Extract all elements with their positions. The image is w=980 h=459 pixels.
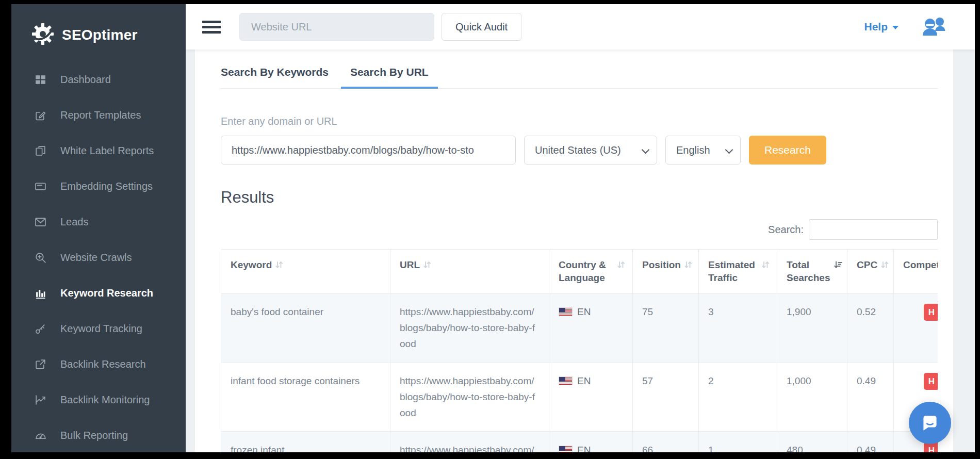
topbar: Quick Audit Help [186,4,975,50]
column-header-position[interactable]: Position [633,250,699,293]
cpc-cell: 0.49 [847,363,894,432]
language-select[interactable]: English [665,136,741,165]
keyword-cell: infant food storage containers [221,363,390,432]
column-header-total-searches[interactable]: Total Searches [777,250,847,293]
tab-search-by-url[interactable]: Search By URL [341,60,438,89]
country-language-cell: EN [549,363,633,432]
website-crawls-icon [34,252,46,264]
country-language: EN [559,373,623,389]
table-row: frozen infanthttps://www.happiestbaby.co… [221,432,938,453]
tab-search-by-keywords[interactable]: Search By Keywords [221,60,338,89]
country-language-cell: EN [549,293,633,363]
keyword-cell: frozen infant [221,432,390,453]
app-window: SEOptimer DashboardReport TemplatesWhite… [11,4,975,452]
research-button[interactable]: Research [749,136,826,165]
sidebar-item-leads[interactable]: Leads [11,204,186,240]
column-label: Estimated Traffic [708,258,758,284]
total-searches-cell: 1,000 [777,363,847,432]
sort-icon[interactable] [880,259,889,272]
column-label: Competition [903,258,938,272]
sidebar-item-backlink-monitoring[interactable]: Backlink Monitoring [11,382,186,418]
sidebar-item-keyword-research[interactable]: Keyword Research [11,275,186,311]
sidebar-item-white-label-reports[interactable]: White Label Reports [11,133,186,169]
sort-icon[interactable] [275,259,283,272]
sidebar-item-dashboard[interactable]: Dashboard [11,62,186,97]
chevron-down-icon [725,146,733,154]
column-label: URL [400,258,420,272]
help-dropdown[interactable]: Help [864,21,899,33]
brand-logo[interactable]: SEOptimer [11,4,186,54]
results-table-header-row: KeywordURLCountry & LanguagePositionEsti… [221,250,938,293]
account-users-icon[interactable] [921,17,946,37]
domain-url-input[interactable] [221,136,516,165]
cpc-cell: 0.52 [847,293,894,363]
cpc-cell: 0.49 [847,432,894,453]
brand-name: SEOptimer [62,27,138,43]
position-cell: 66 [633,432,699,453]
page-background: Search By Keywords Search By URL Enter a… [186,50,975,452]
column-label: CPC [857,258,877,272]
chat-bubble-icon [919,412,941,434]
country-select[interactable]: United States (US) [524,136,657,165]
chat-widget-button[interactable] [909,402,951,444]
sidebar-item-bulk-reporting[interactable]: Bulk Reporting [11,418,186,452]
language-code: EN [577,373,591,389]
position-cell: 75 [633,293,699,363]
quick-audit-button[interactable]: Quick Audit [442,13,521,41]
results-table: KeywordURLCountry & LanguagePositionEsti… [221,249,938,452]
sort-icon[interactable] [761,259,770,284]
table-search-label: Search: [768,224,804,236]
competition-high-badge: H [924,373,938,390]
column-header-estimated-traffic[interactable]: Estimated Traffic [699,250,777,293]
caret-down-icon [892,26,899,29]
topbar-website-url-input[interactable] [239,13,434,41]
sidebar-item-label: Keyword Tracking [60,323,142,335]
sort-descending-icon[interactable] [834,259,842,284]
sidebar-item-report-templates[interactable]: Report Templates [11,97,186,133]
bulk-reporting-icon [34,430,46,442]
sort-icon[interactable] [423,259,431,272]
sort-icon[interactable] [617,259,625,284]
search-form-row: United States (US) English Research [221,136,938,165]
column-header-country-language[interactable]: Country & Language [549,250,633,293]
position-cell: 57 [633,363,699,432]
url-cell: https://www.happiestbaby.com/blogs/baby/… [390,432,549,453]
dashboard-icon [34,74,46,86]
language-code: EN [577,304,591,320]
column-label: Position [642,258,681,272]
hamburger-menu-icon[interactable] [202,18,221,36]
country-language: EN [559,442,623,452]
results-table-body: baby's food containerhttps://www.happies… [221,293,938,453]
sidebar-item-label: Dashboard [60,74,111,86]
table-search-input[interactable] [809,219,938,240]
sidebar-item-keyword-tracking[interactable]: Keyword Tracking [11,311,186,347]
seoptimer-gear-icon [31,22,55,48]
sidebar-item-website-crawls[interactable]: Website Crawls [11,240,186,275]
column-header-competition[interactable]: Competition [894,250,938,293]
backlink-research-icon [34,358,46,371]
us-flag [559,446,573,452]
keyword-tracking-icon [34,323,46,335]
language-code: EN [577,442,591,452]
embedding-settings-icon [34,181,46,193]
column-header-url[interactable]: URL [390,250,549,293]
sidebar-item-label: Keyword Research [60,287,153,299]
us-flag [559,376,573,385]
competition-high-badge: H [924,304,938,321]
sidebar-menu: DashboardReport TemplatesWhite Label Rep… [11,62,186,452]
sort-icon[interactable] [684,259,692,272]
sidebar-item-label: Report Templates [60,109,141,121]
column-header-cpc[interactable]: CPC [847,250,894,293]
total-searches-cell: 1,900 [777,293,847,363]
estimated-traffic-cell: 3 [699,293,777,363]
leads-icon [34,216,46,228]
column-header-keyword[interactable]: Keyword [221,250,390,293]
total-searches-cell: 480 [777,432,847,453]
sidebar-item-embedding-settings[interactable]: Embedding Settings [11,169,186,204]
sidebar-item-label: Backlink Research [60,358,146,370]
sidebar-item-backlink-research[interactable]: Backlink Research [11,347,186,382]
chevron-down-icon [642,146,650,154]
keyword-cell: baby's food container [221,293,390,363]
competition-cell: H [894,293,938,363]
sidebar: SEOptimer DashboardReport TemplatesWhite… [11,4,186,452]
